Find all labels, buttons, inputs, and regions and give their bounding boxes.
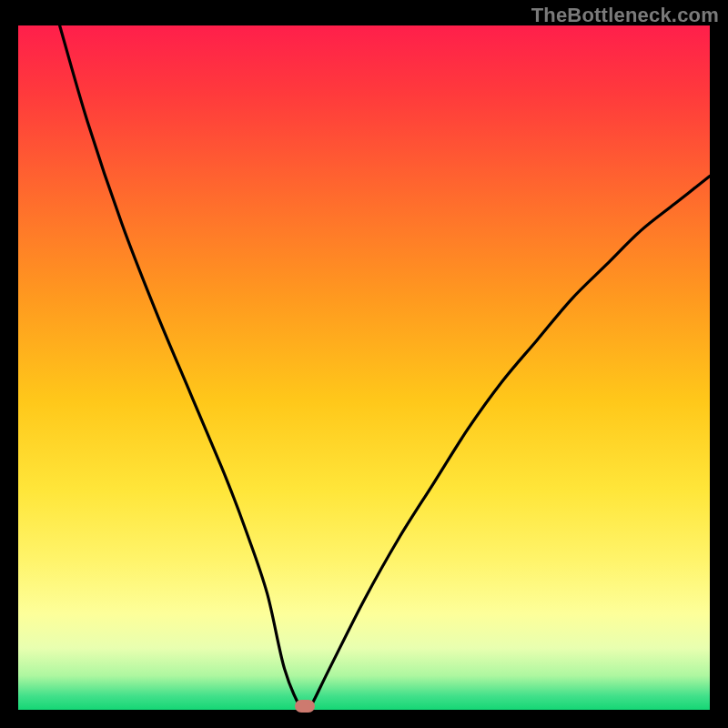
chart-frame: TheBottleneck.com bbox=[0, 0, 728, 728]
plot-area bbox=[18, 25, 710, 710]
curve-path bbox=[60, 25, 710, 710]
bottleneck-marker bbox=[295, 700, 315, 713]
watermark-text: TheBottleneck.com bbox=[531, 4, 719, 27]
curve-svg bbox=[18, 25, 710, 710]
